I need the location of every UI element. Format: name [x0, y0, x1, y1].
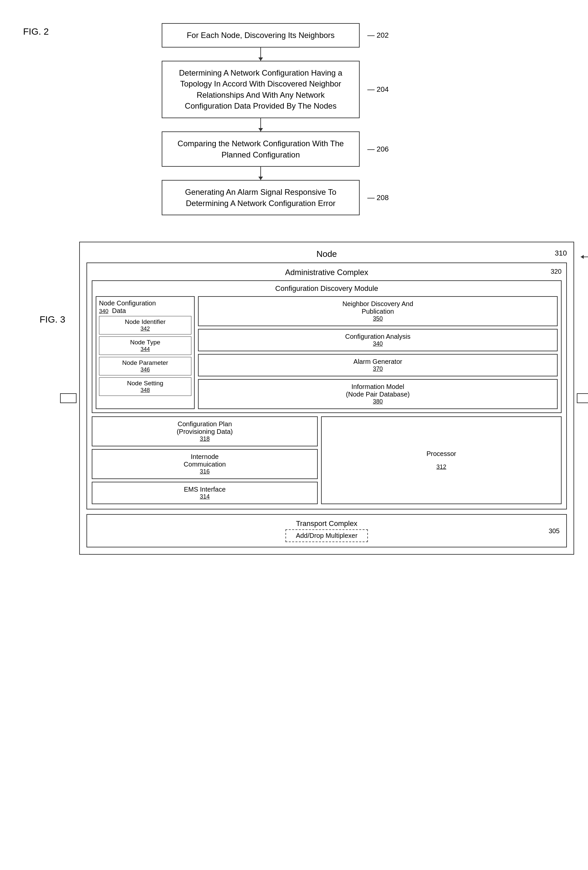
flow-arrow-3 [260, 167, 261, 180]
sub-box-342: Node Identifier 342 [99, 316, 192, 334]
processor-ref: 312 [436, 463, 446, 471]
sub-box-342-label: Node Identifier [125, 318, 166, 325]
flow-box-204: Determining A Network Configuration Havi… [162, 61, 360, 118]
node-config-title-text: Node Configuration [99, 299, 156, 307]
sub-box-346-label: Node Parameter [122, 359, 168, 366]
sub-box-346-ref: 346 [102, 366, 188, 373]
flow-arrow-2 [260, 118, 261, 131]
node-title-row: Node 310 [86, 249, 567, 259]
sub-box-348-label: Node Setting [127, 380, 163, 387]
flow-box-206: Comparing the Network Configuration With… [162, 131, 360, 167]
module-alarm: Alarm Generator 370 [198, 354, 558, 376]
flow-box-206-text: Comparing the Network Configuration With… [178, 139, 344, 159]
module-info-model-ref: 380 [202, 398, 554, 405]
right-arrow-box [577, 393, 588, 403]
node-config-ref: 340 [99, 308, 108, 314]
admin-ref: 320 [551, 268, 561, 276]
admin-bottom-left: Configuration Plan(Provisioning Data) 31… [92, 416, 318, 504]
flow-box-208: Generating An Alarm Signal Responsive To… [162, 180, 360, 215]
left-arrow-box [60, 393, 77, 403]
module-neighbor: Neighbor Discovery AndPublication 350 [198, 296, 558, 326]
module-config-analysis-ref: 340 [202, 340, 554, 347]
flow-box-202: For Each Node, Discovering Its Neighbors… [162, 23, 360, 48]
module-internode-title: InternodeCommuication [184, 453, 226, 468]
admin-bottom: Configuration Plan(Provisioning Data) 31… [92, 416, 561, 504]
fig2-area: FIG. 2 For Each Node, Discovering Its Ne… [79, 23, 442, 215]
right-output-arrow [577, 393, 588, 403]
processor-title: Processor [426, 450, 456, 457]
transport-ref: 305 [549, 527, 560, 535]
node-title: Node [316, 249, 337, 259]
sub-box-348: Node Setting 348 [99, 377, 192, 396]
node-outer: 120 Node 310 Administrative Complex 320 [79, 242, 574, 555]
transport-title: Transport Complex [296, 519, 357, 527]
module-internode-ref: 316 [96, 468, 314, 475]
node-config-subtitle: Data [112, 307, 126, 314]
flow-ref-206: 206 [367, 144, 389, 154]
page: FIG. 2 For Each Node, Discovering Its Ne… [0, 0, 588, 870]
fig3-label: FIG. 3 [40, 314, 65, 325]
module-ems-title: EMS Interface [184, 486, 226, 493]
outer-ref-arrow [581, 256, 588, 257]
node-config-col: Node Configuration 340 Data Node Identif… [96, 296, 195, 409]
module-neighbor-title: Neighbor Discovery AndPublication [343, 300, 413, 315]
node-outer-ref: 120 [581, 252, 588, 262]
admin-bottom-right: Processor 312 [321, 416, 561, 504]
flow-box-204-text: Determining A Network Configuration Havi… [179, 69, 343, 110]
left-input-arrow [60, 393, 77, 403]
module-config-analysis: Configuration Analysis 340 [198, 329, 558, 351]
module-ems: EMS Interface 314 [92, 482, 318, 504]
module-alarm-ref: 370 [202, 365, 554, 372]
config-discovery-inner: Node Configuration 340 Data Node Identif… [96, 296, 558, 409]
transport-inner-label: Add/Drop Multiplexer [296, 532, 358, 539]
admin-title: Administrative Complex [285, 268, 368, 277]
module-neighbor-ref: 350 [202, 315, 554, 322]
flow-ref-208: 208 [367, 192, 389, 203]
module-config-analysis-title: Configuration Analysis [345, 333, 410, 340]
sub-box-342-ref: 342 [102, 326, 188, 332]
config-discovery-title: Configuration Discovery Module [96, 284, 558, 293]
node-ref: 310 [555, 249, 567, 258]
config-discovery: Configuration Discovery Module Node Conf… [92, 280, 561, 413]
flow-ref-204: 204 [367, 84, 389, 94]
fig2-label: FIG. 2 [23, 27, 49, 37]
module-ems-ref: 314 [96, 493, 314, 500]
node-config-title: Node Configuration 340 Data [99, 299, 192, 315]
module-info-model-title: Information Model(Node Pair Database) [346, 383, 410, 398]
admin-complex: Administrative Complex 320 Configuration… [86, 262, 567, 509]
flowchart: For Each Node, Discovering Its Neighbors… [79, 23, 442, 215]
sub-box-346: Node Parameter 346 [99, 357, 192, 375]
flow-arrow-1 [260, 48, 261, 61]
module-config-plan-title: Configuration Plan(Provisioning Data) [177, 420, 233, 435]
transport-inner: Add/Drop Multiplexer [285, 529, 368, 542]
sub-box-344: Node Type 344 [99, 337, 192, 355]
module-config-plan: Configuration Plan(Provisioning Data) 31… [92, 416, 318, 446]
admin-title-row: Administrative Complex 320 [92, 268, 561, 277]
flow-box-202-text: For Each Node, Discovering Its Neighbors [187, 31, 335, 40]
fig3-area: FIG. 3 120 Node 310 [46, 242, 568, 555]
module-info-model: Information Model(Node Pair Database) 38… [198, 379, 558, 409]
module-config-plan-ref: 318 [96, 435, 314, 442]
transport-complex: Transport Complex 305 Add/Drop Multiplex… [86, 514, 567, 547]
module-internode: InternodeCommuication 316 [92, 449, 318, 479]
module-alarm-title: Alarm Generator [353, 358, 402, 365]
sub-box-344-ref: 344 [102, 346, 188, 353]
right-modules-col: Neighbor Discovery AndPublication 350 Co… [198, 296, 558, 409]
sub-box-344-label: Node Type [130, 339, 160, 346]
flow-box-208-text: Generating An Alarm Signal Responsive To… [185, 188, 337, 208]
sub-box-348-ref: 348 [102, 387, 188, 393]
flow-ref-202: 202 [367, 30, 389, 40]
